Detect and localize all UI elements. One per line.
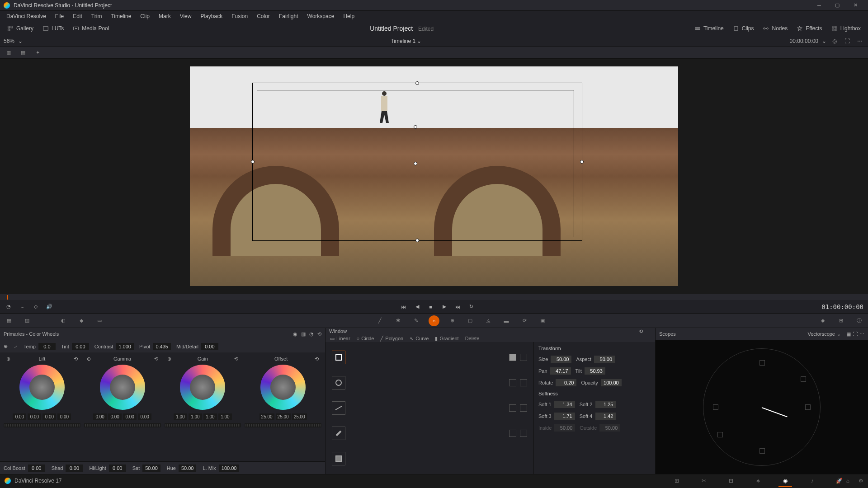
- color-match-icon[interactable]: ▨: [22, 315, 33, 326]
- circle-tab[interactable]: ○Circle: [357, 336, 374, 341]
- bypass-icon[interactable]: ◎: [830, 37, 839, 46]
- curves-icon[interactable]: ╱: [374, 315, 385, 326]
- mask-on-button[interactable]: [509, 379, 516, 386]
- gallery-button[interactable]: Gallery: [4, 24, 37, 33]
- magic-mask-icon[interactable]: ▢: [465, 315, 476, 326]
- fairlight-page-button[interactable]: ♪: [806, 476, 819, 485]
- scope-type[interactable]: Vectorscope: [807, 331, 835, 337]
- cut-page-button[interactable]: ✄: [697, 476, 711, 485]
- handle-left[interactable]: [251, 160, 255, 164]
- gamma-v0[interactable]: 0.00: [93, 413, 107, 420]
- gamma-picker-icon[interactable]: ⊕: [87, 356, 91, 362]
- window-row-polygon[interactable]: [328, 395, 531, 421]
- gamma-v1[interactable]: 0.00: [108, 413, 122, 420]
- log-mode-icon[interactable]: ◔: [309, 331, 314, 337]
- settings-icon[interactable]: ⚙: [859, 478, 863, 484]
- soft2-value[interactable]: 1.25: [595, 401, 616, 408]
- lift-reset-icon[interactable]: ⟲: [74, 356, 78, 362]
- loop-button[interactable]: ↻: [467, 303, 476, 311]
- media-pool-button[interactable]: Media Pool: [69, 24, 113, 33]
- menu-color[interactable]: Color: [252, 13, 274, 19]
- gain-picker-icon[interactable]: ⊕: [167, 356, 171, 362]
- scopes-icon[interactable]: ⊞: [835, 315, 846, 326]
- rect-shape-icon[interactable]: [332, 351, 345, 364]
- gamma-v3[interactable]: 0.00: [138, 413, 151, 420]
- nodes-button[interactable]: Nodes: [759, 24, 791, 33]
- luts-button[interactable]: LUTs: [39, 24, 67, 33]
- gain-wheel[interactable]: [180, 365, 225, 410]
- mask-on-button[interactable]: [509, 404, 516, 412]
- qualifier-icon[interactable]: ✎: [410, 315, 421, 326]
- menu-trim[interactable]: Trim: [87, 13, 107, 19]
- gamma-master-bar[interactable]: [84, 423, 161, 427]
- timeline-chevron-icon[interactable]: ⌄: [417, 38, 421, 44]
- clips-button[interactable]: Clips: [729, 24, 758, 33]
- window-options-icon[interactable]: ⋯: [646, 328, 651, 334]
- chevron-down-icon[interactable]: ⌄: [18, 303, 26, 311]
- circle-shape-icon[interactable]: [332, 376, 345, 389]
- deliver-page-button[interactable]: 🚀: [833, 476, 846, 485]
- curve-tab[interactable]: ∿Curve: [410, 336, 429, 342]
- viewer-timecode[interactable]: 00:00:00:00: [790, 38, 818, 44]
- window-preset-icon[interactable]: ⟲: [639, 328, 643, 334]
- split-screen-icon[interactable]: ▦: [18, 48, 28, 57]
- timecode-chevron-icon[interactable]: ⌄: [822, 38, 826, 44]
- fusion-page-button[interactable]: ∗: [751, 476, 765, 485]
- primaries-icon[interactable]: [40, 315, 51, 326]
- options-icon[interactable]: ⋯: [855, 37, 864, 46]
- image-wipe-icon[interactable]: ▥: [4, 48, 14, 57]
- reset-icon[interactable]: ⟲: [317, 331, 321, 337]
- menu-fairlight[interactable]: Fairlight: [274, 13, 303, 19]
- window-row-rect[interactable]: [328, 345, 531, 370]
- gamma-reset-icon[interactable]: ⟲: [154, 356, 158, 362]
- sizing-icon[interactable]: ⟳: [519, 315, 530, 326]
- lift-master-bar[interactable]: [4, 423, 80, 427]
- gamma-v2[interactable]: 0.00: [123, 413, 137, 420]
- lightbox-button[interactable]: Lightbox: [828, 24, 864, 33]
- menu-workspace[interactable]: Workspace: [303, 13, 339, 19]
- window-palette-icon[interactable]: ○: [429, 315, 439, 326]
- offset-v0[interactable]: 25.00: [259, 413, 274, 420]
- media-page-button[interactable]: ⊞: [670, 476, 684, 485]
- window-row-circle[interactable]: [328, 370, 531, 395]
- handle-center[interactable]: [414, 162, 417, 165]
- tracker-icon[interactable]: ⊕: [447, 315, 458, 326]
- scope-options-icon[interactable]: ⋯: [859, 331, 864, 337]
- effects-button[interactable]: Effects: [793, 24, 826, 33]
- handle-bottom[interactable]: [415, 239, 419, 242]
- lmix-value[interactable]: 100.00: [219, 465, 240, 472]
- lift-picker-icon[interactable]: ⊕: [6, 356, 10, 362]
- next-clip-button[interactable]: ⏭: [454, 303, 462, 311]
- size-value[interactable]: 50.00: [551, 356, 571, 363]
- zoom-value[interactable]: 56%: [4, 38, 14, 44]
- color-page-button[interactable]: ◉: [778, 476, 792, 485]
- middetail-value[interactable]: 0.00: [201, 343, 218, 350]
- key-icon[interactable]: ▬: [501, 315, 512, 326]
- picker-icon[interactable]: ⊕: [4, 343, 8, 349]
- lift-v3[interactable]: 0.00: [57, 413, 71, 420]
- close-button[interactable]: ✕: [846, 0, 864, 11]
- tint-value[interactable]: 0.00: [72, 343, 89, 350]
- delete-button[interactable]: Delete: [465, 336, 480, 341]
- scope-layout-icon[interactable]: ▦: [846, 331, 851, 337]
- mask-on-button[interactable]: [509, 430, 516, 437]
- hilight-value[interactable]: 0.00: [109, 465, 126, 472]
- gain-master-bar[interactable]: [165, 423, 241, 427]
- window-row-gradient[interactable]: [328, 446, 531, 471]
- gamma-wheel[interactable]: [100, 365, 145, 410]
- gain-reset-icon[interactable]: ⟲: [234, 356, 238, 362]
- zoom-chevron-icon[interactable]: ⌄: [18, 38, 23, 44]
- scope-chevron-icon[interactable]: ⌄: [837, 331, 841, 337]
- timeline-scrubber[interactable]: [0, 294, 868, 300]
- offset-master-bar[interactable]: [245, 423, 321, 427]
- offset-wheel[interactable]: [260, 365, 306, 410]
- play-button[interactable]: ▶: [440, 303, 448, 311]
- gradient-tab[interactable]: ▮Gradient: [435, 336, 458, 342]
- lift-v0[interactable]: 0.00: [13, 413, 26, 420]
- gain-v3[interactable]: 1.00: [218, 413, 232, 420]
- info-icon[interactable]: ⓘ: [854, 315, 864, 326]
- linear-tab[interactable]: ▭Linear: [330, 336, 350, 342]
- highlight-icon[interactable]: ✦: [33, 48, 42, 57]
- edit-page-button[interactable]: ⊟: [724, 476, 738, 485]
- viewer[interactable]: [0, 59, 868, 294]
